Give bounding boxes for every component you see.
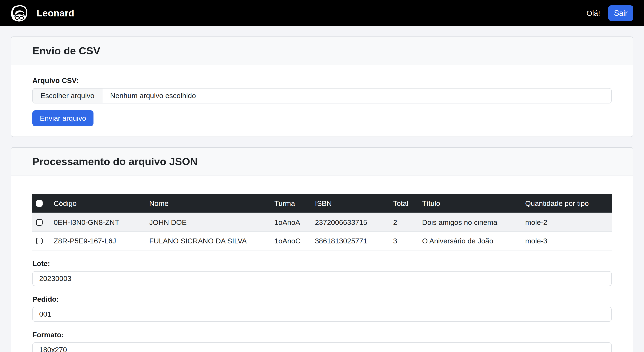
field-group-lote: Lote: bbox=[32, 259, 612, 286]
choose-file-button[interactable]: Escolher arquivo bbox=[33, 89, 102, 103]
json-processing-card-body: CódigoNomeTurmaISBNTotalTítuloQuantidade… bbox=[11, 176, 633, 352]
column-header: Turma bbox=[271, 194, 311, 213]
table-header-row: CódigoNomeTurmaISBNTotalTítuloQuantidade… bbox=[32, 194, 612, 213]
column-header: Quantidade por tipo bbox=[522, 194, 612, 213]
column-header: ISBN bbox=[312, 194, 390, 213]
table-row: 0EH-I3N0-GN8-ZNTJOHN DOE1oAnoA2372006633… bbox=[32, 213, 612, 232]
table-cell: 2372006633715 bbox=[312, 213, 390, 232]
column-header: Título bbox=[419, 194, 522, 213]
table-cell: 0EH-I3N0-GN8-ZNT bbox=[50, 213, 146, 232]
table-cell: mole-3 bbox=[522, 232, 612, 250]
column-header: Total bbox=[390, 194, 419, 213]
navbar-right: Olá! Sair bbox=[586, 5, 633, 21]
table-cell: JOHN DOE bbox=[146, 213, 271, 232]
csv-upload-card-body: Arquivo CSV: Escolher arquivo Nenhum arq… bbox=[11, 65, 633, 136]
csv-upload-card: Envio de CSV Arquivo CSV: Escolher arqui… bbox=[11, 37, 633, 137]
lote-input[interactable] bbox=[32, 271, 612, 286]
brand-title: Leonard bbox=[37, 8, 74, 19]
pedido-label: Pedido: bbox=[32, 295, 612, 303]
send-file-button[interactable]: Enviar arquivo bbox=[32, 110, 94, 126]
table-cell: 3 bbox=[390, 232, 419, 250]
csv-upload-title: Envio de CSV bbox=[32, 45, 612, 57]
orders-table: CódigoNomeTurmaISBNTotalTítuloQuantidade… bbox=[32, 194, 612, 250]
greeting-text: Olá! bbox=[586, 9, 600, 18]
page-container: Envio de CSV Arquivo CSV: Escolher arqui… bbox=[0, 37, 644, 352]
field-group-formato: Formato: bbox=[32, 331, 612, 352]
leonard-face-icon bbox=[11, 5, 28, 22]
table-row: Z8R-P5E9-167-L6JFULANO SICRANO DA SILVA1… bbox=[32, 232, 612, 250]
table-cell: FULANO SICRANO DA SILVA bbox=[146, 232, 271, 250]
top-navbar: Leonard Olá! Sair bbox=[0, 0, 644, 26]
table-cell: mole-2 bbox=[522, 213, 612, 232]
column-header: Código bbox=[50, 194, 146, 213]
order-fields: Lote:Pedido:Formato: bbox=[32, 259, 612, 352]
orders-table-body: 0EH-I3N0-GN8-ZNTJOHN DOE1oAnoA2372006633… bbox=[32, 213, 612, 250]
json-processing-card-header: Processamento do arquivo JSON bbox=[11, 148, 633, 176]
table-cell: 1oAnoA bbox=[271, 213, 311, 232]
table-cell: 1oAnoC bbox=[271, 232, 311, 250]
formato-label: Formato: bbox=[32, 331, 612, 339]
table-cell: Z8R-P5E9-167-L6J bbox=[50, 232, 146, 250]
file-chosen-status: Nenhum arquivo escolhido bbox=[102, 89, 204, 103]
formato-input[interactable] bbox=[32, 342, 612, 352]
select-all-header-cell bbox=[32, 194, 50, 213]
orders-table-head: CódigoNomeTurmaISBNTotalTítuloQuantidade… bbox=[32, 194, 612, 213]
table-cell: O Aniversário de João bbox=[419, 232, 522, 250]
json-processing-card: Processamento do arquivo JSON CódigoNome… bbox=[11, 147, 633, 352]
row-checkbox-cell bbox=[32, 232, 50, 250]
csv-file-label: Arquivo CSV: bbox=[32, 76, 612, 85]
row-checkbox[interactable] bbox=[36, 219, 42, 226]
csv-file-input[interactable]: Escolher arquivo Nenhum arquivo escolhid… bbox=[32, 88, 612, 103]
lote-label: Lote: bbox=[32, 259, 612, 268]
table-cell: Dois amigos no cinema bbox=[419, 213, 522, 232]
table-cell: 3861813025771 bbox=[312, 232, 390, 250]
column-header: Nome bbox=[146, 194, 271, 213]
json-processing-title: Processamento do arquivo JSON bbox=[32, 155, 612, 168]
logout-button[interactable]: Sair bbox=[608, 5, 633, 21]
row-checkbox[interactable] bbox=[36, 238, 42, 244]
csv-upload-card-header: Envio de CSV bbox=[11, 37, 633, 65]
field-group-pedido: Pedido: bbox=[32, 295, 612, 322]
row-checkbox-cell bbox=[32, 213, 50, 232]
pedido-input[interactable] bbox=[32, 307, 612, 322]
select-all-checkbox[interactable] bbox=[36, 200, 42, 207]
table-cell: 2 bbox=[390, 213, 419, 232]
